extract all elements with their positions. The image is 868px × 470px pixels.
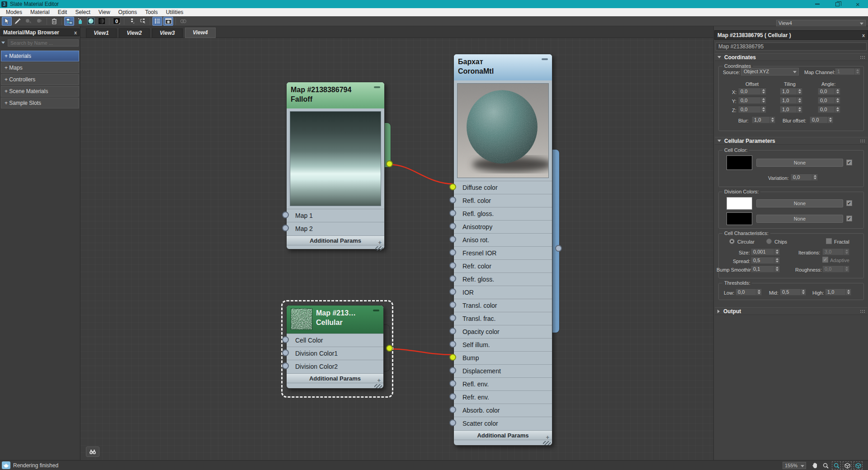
menu-select[interactable]: Select (71, 8, 94, 16)
input-socket[interactable] (449, 275, 456, 282)
assign-material-button-disabled[interactable] (24, 17, 33, 26)
node-corona[interactable]: Бархат CoronaMtl (453, 54, 552, 446)
show-number-button[interactable]: 0 (112, 17, 122, 26)
find-node-button[interactable] (86, 446, 99, 457)
browser-item-controllers[interactable]: + Controllers (1, 74, 79, 85)
layout-children-button[interactable] (137, 17, 147, 26)
falloff-additional-params[interactable]: Additional Params + (287, 235, 384, 245)
input-socket-connected[interactable] (449, 354, 456, 361)
resize-grip[interactable] (374, 384, 382, 388)
menu-tools[interactable]: Tools (141, 8, 162, 16)
division-color1-map-button[interactable]: None (756, 199, 843, 207)
input-socket[interactable] (282, 349, 289, 356)
pick-from-object-button-disabled[interactable] (34, 17, 44, 26)
spread-spinner[interactable]: 0,5 (751, 257, 780, 264)
parameter-editor-toggle[interactable] (163, 17, 173, 26)
input-socket[interactable] (449, 197, 456, 203)
roughness-spinner[interactable]: 0,0 (822, 265, 849, 273)
corona-slot-refl-env[interactable]: Refl. env. (454, 377, 552, 390)
cellular-slot-cell-color[interactable]: Cell Color (287, 334, 383, 347)
chips-radio[interactable] (766, 239, 772, 244)
cellular-slot-division-color1[interactable]: Division Color1 (287, 347, 383, 360)
corona-slot-anisotropy[interactable]: Anisotropy (454, 220, 552, 233)
minimize-node-icon[interactable] (374, 86, 380, 88)
division-color1-swatch[interactable] (726, 197, 752, 210)
coordinates-rollout-header[interactable]: Coordinates (715, 53, 868, 61)
zoom-tool-button[interactable] (821, 461, 830, 470)
delete-selected-button[interactable] (49, 17, 59, 26)
close-button[interactable]: × (848, 0, 868, 8)
input-socket[interactable] (449, 288, 456, 295)
corona-slot-refr-env[interactable]: Refr. env. (454, 390, 552, 404)
blur-offset-spinner[interactable]: 0,0 (810, 116, 833, 123)
render-status-button[interactable] (2, 461, 10, 469)
corona-node-header[interactable]: Бархат CoronaMtl (454, 54, 552, 80)
tab-view2[interactable]: View2 (119, 28, 150, 38)
division-color2-map-button[interactable]: None (756, 215, 843, 223)
high-spinner[interactable]: 1,0 (825, 288, 851, 296)
circular-radio[interactable] (729, 239, 735, 244)
tiling-x-spinner[interactable]: 1,0 (780, 88, 802, 95)
menu-utilities[interactable]: Utilities (162, 8, 188, 16)
material-name-field[interactable]: Map #2138386795 (716, 42, 867, 51)
blur-spinner[interactable]: 1,0 (752, 116, 775, 123)
menu-edit[interactable]: Edit (54, 8, 71, 16)
show-background-button[interactable] (97, 17, 107, 26)
source-combo[interactable]: Object XYZ (741, 68, 799, 75)
map-channel-spinner[interactable]: 1 (835, 68, 860, 75)
division-color2-swatch[interactable] (726, 212, 752, 225)
zoom-extents-selected-button[interactable] (854, 461, 863, 470)
input-socket[interactable] (449, 380, 456, 387)
size-spinner[interactable]: 0,001 (751, 248, 780, 255)
corona-slot-fresnel-ior[interactable]: Fresnel IOR (454, 246, 552, 259)
pan-tool-button[interactable] (810, 461, 819, 470)
minimize-button[interactable] (807, 0, 827, 8)
angle-x-spinner[interactable]: 0,0 (818, 88, 840, 95)
node-falloff[interactable]: Map #2138386794 Falloff Map 1 Map 2 Addi… (286, 82, 385, 249)
input-socket[interactable] (449, 406, 456, 413)
zoom-level-combo[interactable]: 155% (783, 462, 806, 469)
corona-slot-aniso-rot[interactable]: Aniso rot. (454, 233, 552, 246)
zoom-extents-button[interactable] (843, 461, 852, 470)
cell-color-map-checkbox[interactable]: ✔ (846, 160, 852, 165)
browser-item-materials[interactable]: + Materials (1, 51, 79, 61)
input-socket-connected[interactable] (449, 183, 456, 190)
parameter-panel-close-button[interactable]: x (862, 33, 865, 38)
search-input[interactable] (8, 39, 79, 47)
variation-spinner[interactable]: 0,0 (791, 174, 818, 181)
corona-slot-refl-gloss[interactable]: Refl. gloss. (454, 207, 552, 220)
corona-slot-refr-gloss[interactable]: Refr. gloss. (454, 273, 552, 286)
browser-item-scene-materials[interactable]: + Scene Materials (1, 86, 79, 97)
browser-item-maps[interactable]: + Maps (1, 62, 79, 73)
corona-material-preview[interactable] (457, 83, 549, 178)
tiling-y-spinner[interactable]: 1,0 (780, 97, 802, 104)
corona-slot-transl-frac[interactable]: Transl. frac. (454, 312, 552, 325)
falloff-output-socket[interactable] (386, 160, 393, 167)
select-tool-button[interactable] (2, 17, 12, 26)
input-socket[interactable] (449, 262, 456, 269)
input-socket[interactable] (449, 367, 456, 374)
menu-options[interactable]: Options (114, 8, 141, 16)
menu-modes[interactable]: Modes (2, 8, 26, 16)
corona-slot-diffuse-color[interactable]: Diffuse color (454, 181, 552, 194)
material-map-browser-toggle[interactable] (152, 17, 162, 26)
division-color2-checkbox[interactable]: ✔ (846, 216, 852, 221)
menu-view[interactable]: View (94, 8, 114, 16)
corona-slot-ior[interactable]: IOR (454, 286, 552, 299)
falloff-node-header[interactable]: Map #2138386794 Falloff (287, 82, 384, 108)
offset-y-spinner[interactable]: 0,0 (738, 97, 766, 104)
navigator-button-disabled[interactable] (178, 17, 188, 26)
corona-slot-bump[interactable]: Bump (454, 351, 552, 364)
input-socket[interactable] (449, 249, 456, 256)
low-spinner[interactable]: 0,0 (736, 288, 762, 296)
cell-color-swatch[interactable] (726, 155, 752, 170)
output-rollout-header[interactable]: Output (715, 307, 868, 315)
falloff-preview[interactable] (290, 111, 381, 206)
restore-button[interactable] (827, 0, 848, 8)
zoom-region-button[interactable] (832, 461, 841, 470)
corona-slot-scatter-color[interactable]: Scatter color (454, 417, 552, 430)
corona-slot-absorb-color[interactable]: Absorb. color (454, 404, 552, 417)
resize-grip[interactable] (375, 246, 383, 250)
offset-x-spinner[interactable]: 0,0 (738, 88, 766, 95)
adaptive-checkbox[interactable]: ✔ (822, 257, 828, 263)
